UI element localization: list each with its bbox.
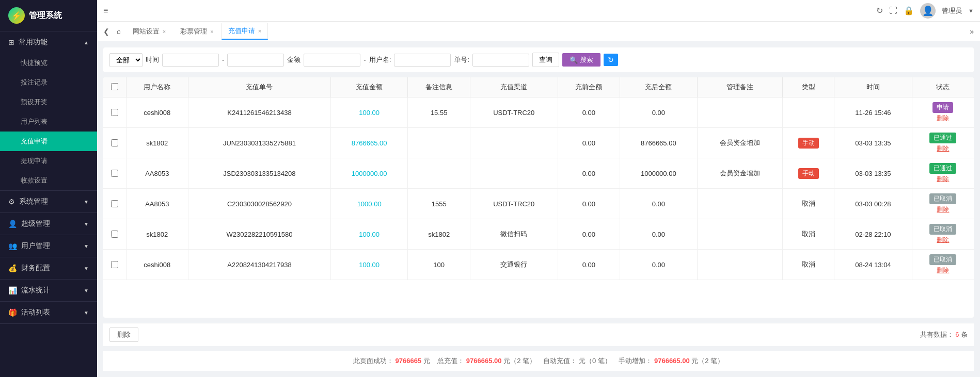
search-button[interactable]: 🔍 搜索 <box>562 53 600 67</box>
time-end-input[interactable] <box>227 54 284 67</box>
row-checkbox[interactable] <box>111 261 118 268</box>
sidebar-section-header-user[interactable]: 👥 用户管理 ▼ <box>0 235 97 257</box>
sidebar-section-header-flow[interactable]: 📊 流水统计 ▼ <box>0 280 97 301</box>
table-row: sk1802 W2302282210591580 100.00 sk1802 微… <box>103 219 974 250</box>
chevron-down-icon-3: ▼ <box>84 243 89 249</box>
row-delete-btn[interactable]: 删除 <box>937 114 949 123</box>
sidebar-section-header-activity[interactable]: 🎁 活动列表 ▼ <box>0 302 97 323</box>
row-channel: USDT-TRC20 <box>470 97 558 128</box>
row-remark <box>408 158 470 189</box>
row-amount: 100.00 <box>330 97 408 128</box>
row-username: AA8053 <box>126 158 188 189</box>
close-tab-icon-3[interactable]: × <box>258 28 261 34</box>
system-icon: ⚙ <box>8 198 15 206</box>
sidebar-item-bet-records[interactable]: 投注记录 <box>0 73 97 92</box>
menu-toggle-icon[interactable]: ≡ <box>103 6 108 15</box>
tab-website-settings[interactable]: 网站设置 × <box>126 23 172 40</box>
sidebar-section-header-finance[interactable]: 💰 财务配置 ▼ <box>0 257 97 279</box>
row-username: sk1802 <box>126 128 188 158</box>
user-name[interactable]: 管理员 <box>942 6 962 15</box>
close-tab-icon-2[interactable]: × <box>210 28 213 35</box>
row-admin-remark <box>697 189 783 219</box>
col-remark: 备注信息 <box>408 77 470 97</box>
amount-label: 金额 <box>287 55 301 64</box>
select-all-checkbox[interactable] <box>111 83 118 90</box>
sidebar-section-finance: 💰 财务配置 ▼ <box>0 257 97 280</box>
sidebar-section-header-common[interactable]: ⊞ 常用功能 ▲ <box>0 31 97 53</box>
chevron-up-icon: ▲ <box>84 40 89 45</box>
row-order-no: A2208241304217938 <box>188 250 331 280</box>
row-channel: USDT-TRC20 <box>470 189 558 219</box>
common-section-label: 常用功能 <box>19 38 48 47</box>
search-icon: 🔍 <box>570 56 578 64</box>
tab-recharge-apply[interactable]: 充值申请 × <box>222 23 268 40</box>
tab-lottery-mgmt[interactable]: 彩票管理 × <box>173 23 220 40</box>
sidebar-item-recharge-apply[interactable]: 充值申请 <box>0 132 97 151</box>
table-row: ceshi008 A2208241304217938 100.00 100 交通… <box>103 250 974 280</box>
row-after-amount: 8766665.00 <box>620 128 698 158</box>
sidebar-item-pre-draw[interactable]: 预设开奖 <box>0 92 97 112</box>
user-dropdown-icon[interactable]: ▼ <box>968 8 974 14</box>
status-badge: 已取消 <box>929 254 956 265</box>
row-type: 取消 <box>783 219 834 250</box>
activity-icon: 🎁 <box>8 308 17 317</box>
row-delete-btn[interactable]: 删除 <box>937 144 949 153</box>
row-order-no: W2302282210591580 <box>188 219 331 250</box>
row-checkbox[interactable] <box>111 170 118 177</box>
row-delete-btn[interactable]: 删除 <box>937 266 949 275</box>
row-checkbox[interactable] <box>111 139 118 146</box>
type-text: 取消 <box>802 200 815 207</box>
type-text: 取消 <box>802 230 815 238</box>
row-admin-remark <box>697 97 783 128</box>
data-table: 用户名称 充值单号 充值金额 备注信息 充值渠道 充前全额 充后全额 管理备注 … <box>103 77 974 280</box>
row-type: 取消 <box>783 250 834 280</box>
row-checkbox[interactable] <box>111 109 118 116</box>
row-username: ceshi008 <box>126 250 188 280</box>
row-delete-btn[interactable]: 删除 <box>937 175 949 184</box>
activity-label: 活动列表 <box>21 308 50 317</box>
row-time: 03-03 00:28 <box>834 189 912 219</box>
row-checkbox[interactable] <box>111 200 118 207</box>
row-remark <box>408 128 470 158</box>
query-button[interactable]: 查询 <box>532 53 559 67</box>
bottom-actions: 删除 共有数据： 6 条 <box>103 323 974 346</box>
delete-button[interactable]: 删除 <box>109 327 138 342</box>
sidebar-section-header-system[interactable]: ⚙ 系统管理 ▼ <box>0 191 97 212</box>
tab-more-btn[interactable]: » <box>968 27 976 36</box>
sidebar-item-payment-settings[interactable]: 收款设置 <box>0 171 97 190</box>
row-type <box>783 97 834 128</box>
row-after-amount: 0.00 <box>620 250 698 280</box>
amount-start-input[interactable] <box>304 54 360 67</box>
row-time: 02-28 22:10 <box>834 219 912 250</box>
row-before-amount: 0.00 <box>558 158 620 189</box>
row-username: AA8053 <box>126 189 188 219</box>
sidebar-item-quick-preview[interactable]: 快捷预览 <box>0 53 97 73</box>
row-status: 申请 删除 <box>912 97 974 128</box>
lock-icon[interactable]: 🔒 <box>904 6 914 15</box>
fullscreen-icon[interactable]: ⛶ <box>889 6 897 15</box>
logo-title: 管理系统 <box>29 10 62 21</box>
col-after-amount: 充后全额 <box>620 77 698 97</box>
tab-prev-btn[interactable]: ❮ <box>101 27 112 36</box>
username-input[interactable] <box>394 54 451 67</box>
refresh-button[interactable]: ↻ <box>604 54 618 66</box>
row-admin-remark <box>697 250 783 280</box>
status-badge: 已取消 <box>929 224 956 235</box>
sidebar-section-user: 👥 用户管理 ▼ <box>0 235 97 257</box>
refresh-icon[interactable]: ↻ <box>876 6 883 15</box>
row-checkbox[interactable] <box>111 231 118 238</box>
user-mgmt-label: 用户管理 <box>21 241 50 251</box>
sidebar-item-user-list[interactable]: 用户列表 <box>0 112 97 132</box>
row-delete-btn[interactable]: 删除 <box>937 205 949 214</box>
scope-select[interactable]: 全部 部分 <box>109 53 143 67</box>
close-tab-icon[interactable]: × <box>163 28 166 35</box>
finance-label: 财务配置 <box>21 264 50 273</box>
time-start-input[interactable] <box>162 54 219 67</box>
sidebar-section-header-super[interactable]: 👤 超级管理 ▼ <box>0 213 97 235</box>
order-input[interactable] <box>472 54 529 67</box>
sidebar-item-withdrawal-apply[interactable]: 提现申请 <box>0 151 97 171</box>
finance-icon: 💰 <box>8 264 17 272</box>
tab-home[interactable]: ⌂ <box>113 27 125 35</box>
type-badge: 手动 <box>798 138 819 149</box>
row-delete-btn[interactable]: 删除 <box>937 236 949 244</box>
